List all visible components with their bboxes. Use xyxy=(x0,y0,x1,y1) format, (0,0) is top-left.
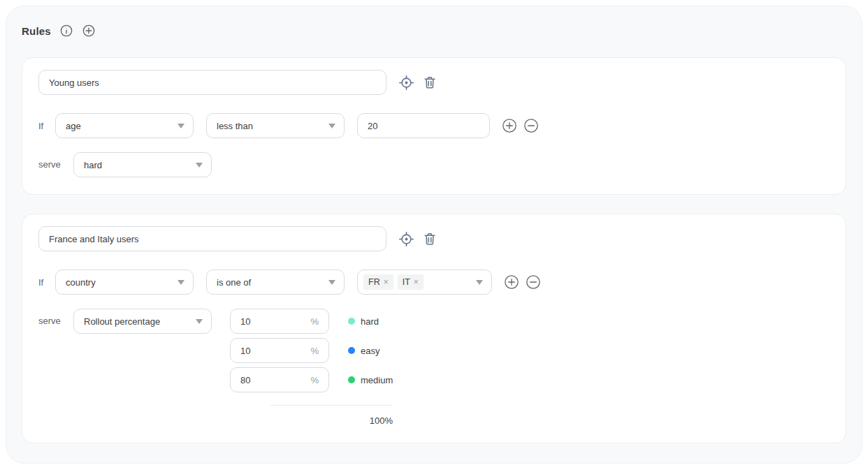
target-icon[interactable] xyxy=(398,75,414,91)
condition-value-input[interactable] xyxy=(357,113,490,138)
operator-select[interactable]: is one of xyxy=(206,270,345,295)
variant-dot xyxy=(348,376,355,383)
variant-dot xyxy=(348,347,355,354)
chevron-down-icon xyxy=(328,124,335,128)
condition-buttons xyxy=(492,274,541,290)
if-label: If xyxy=(38,277,55,288)
trash-icon[interactable] xyxy=(422,75,437,90)
variant-row: 80 % medium xyxy=(230,367,393,392)
attribute-select[interactable]: age xyxy=(55,113,194,138)
value-chip-label: FR xyxy=(368,277,380,287)
serve-row: serve hard xyxy=(38,152,830,177)
percent-sign: % xyxy=(310,346,319,356)
chevron-down-icon xyxy=(476,280,483,285)
variant-row: 10 % easy xyxy=(230,338,393,363)
target-icon[interactable] xyxy=(398,231,414,247)
condition-row: If country is one of FR × IT × xyxy=(38,270,830,295)
rule-actions xyxy=(398,231,437,247)
value-chip[interactable]: IT × xyxy=(398,274,424,290)
attribute-select-value: age xyxy=(66,121,81,131)
rules-header: Rules xyxy=(6,6,862,38)
attribute-select[interactable]: country xyxy=(55,270,194,295)
rules-list: If age less than xyxy=(6,57,862,443)
if-label: If xyxy=(38,121,55,131)
trash-icon[interactable] xyxy=(422,231,437,246)
serve-select-value: Rollout percentage xyxy=(84,316,160,327)
operator-select-value: is one of xyxy=(217,277,251,288)
rule-title-row xyxy=(38,70,830,95)
chevron-down-icon xyxy=(196,163,203,168)
page-title: Rules xyxy=(22,25,51,37)
percent-sign: % xyxy=(310,375,319,385)
plus-circle-icon[interactable] xyxy=(502,118,517,133)
chevron-down-icon xyxy=(178,280,185,285)
serve-row: serve Rollout percentage 10 % hard xyxy=(38,309,830,426)
rule-title-row xyxy=(38,226,830,251)
rules-panel: Rules xyxy=(6,6,862,464)
attribute-select-value: country xyxy=(66,277,96,288)
chevron-down-icon xyxy=(196,319,203,324)
rule-name-input[interactable] xyxy=(38,70,386,95)
serve-label: serve xyxy=(38,152,73,177)
variant-label: easy xyxy=(361,346,379,356)
chip-remove-icon[interactable]: × xyxy=(414,278,419,286)
serve-label: serve xyxy=(38,309,73,334)
variant-dot xyxy=(348,318,355,325)
plus-circle-icon[interactable] xyxy=(504,274,519,290)
condition-buttons xyxy=(490,118,539,133)
value-chip-label: IT xyxy=(403,277,410,287)
variant-row: 10 % hard xyxy=(230,309,393,334)
percent-input[interactable]: 80 % xyxy=(230,367,329,392)
variant-label: medium xyxy=(361,375,393,385)
chevron-down-icon xyxy=(328,280,335,285)
operator-select[interactable]: less than xyxy=(206,113,345,138)
add-rule-button[interactable] xyxy=(82,24,96,38)
rollout-divider xyxy=(270,405,393,406)
info-icon[interactable] xyxy=(59,24,73,38)
serve-select[interactable]: hard xyxy=(73,152,212,177)
rule-card: If country is one of FR × IT × xyxy=(22,214,846,443)
percent-sign: % xyxy=(310,316,319,327)
minus-circle-icon[interactable] xyxy=(526,274,541,290)
operator-select-value: less than xyxy=(217,121,253,131)
percent-value: 80 xyxy=(240,375,250,385)
values-multiselect[interactable]: FR × IT × xyxy=(357,270,492,295)
chevron-down-icon xyxy=(178,124,185,128)
percent-input[interactable]: 10 % xyxy=(230,338,329,363)
variant-label: hard xyxy=(361,316,379,327)
percent-input[interactable]: 10 % xyxy=(230,309,329,334)
percent-value: 10 xyxy=(240,346,250,356)
rollout-total: 100% xyxy=(230,415,393,426)
rule-name-input[interactable] xyxy=(38,226,386,251)
chip-remove-icon[interactable]: × xyxy=(384,278,389,286)
rule-actions xyxy=(398,75,437,91)
rule-card: If age less than xyxy=(22,57,846,195)
rollout-column: 10 % hard 10 % easy xyxy=(230,309,393,426)
minus-circle-icon[interactable] xyxy=(523,118,539,133)
serve-select[interactable]: Rollout percentage xyxy=(73,309,212,334)
percent-value: 10 xyxy=(240,316,250,327)
serve-select-value: hard xyxy=(84,160,102,170)
condition-row: If age less than xyxy=(38,113,830,138)
value-chip[interactable]: FR × xyxy=(363,274,393,290)
